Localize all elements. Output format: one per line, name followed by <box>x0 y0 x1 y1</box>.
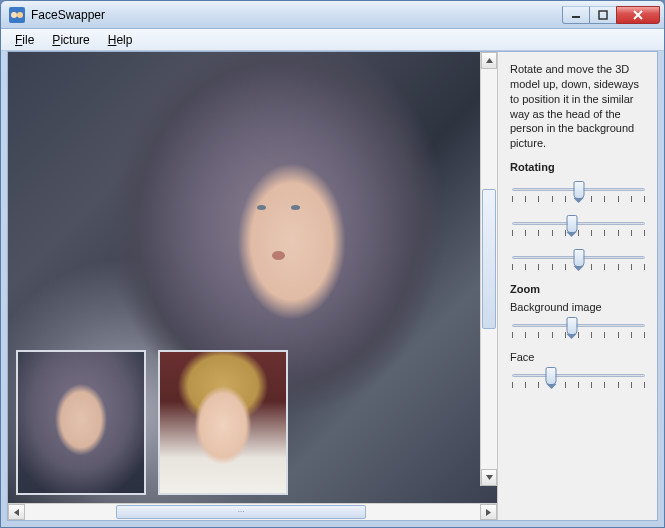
zoom-bg-label: Background image <box>510 301 647 313</box>
window-title: FaceSwapper <box>31 8 105 22</box>
svg-point-2 <box>17 12 23 18</box>
slider-track <box>512 374 645 377</box>
zoom-face-label: Face <box>510 351 647 363</box>
instruction-text: Rotate and move the 3D model up, down, s… <box>510 62 647 151</box>
close-button[interactable] <box>616 6 660 24</box>
vertical-scrollbar[interactable] <box>480 52 497 486</box>
app-icon <box>9 7 25 23</box>
slider-ticks <box>512 382 645 388</box>
slider-thumb[interactable] <box>546 367 557 385</box>
maximize-button[interactable] <box>589 6 617 24</box>
viewport-wrap: ··· <box>8 52 497 520</box>
slider-track <box>512 222 645 225</box>
scroll-right-button[interactable] <box>480 504 497 520</box>
rotating-section-title: Rotating <box>510 161 647 173</box>
thumbnail-source-face[interactable] <box>158 350 288 495</box>
slider-thumb[interactable] <box>573 181 584 199</box>
thumbnail-strip <box>16 350 288 495</box>
viewport[interactable] <box>8 52 497 503</box>
app-window: FaceSwapper File Picture Help <box>0 0 665 528</box>
menubar: File Picture Help <box>1 29 664 51</box>
slider-thumb[interactable] <box>573 249 584 267</box>
menu-picture[interactable]: Picture <box>44 31 97 49</box>
menu-help[interactable]: Help <box>100 31 141 49</box>
zoom-face-slider[interactable] <box>510 365 647 395</box>
window-controls <box>563 6 660 24</box>
slider-ticks <box>512 230 645 236</box>
slider-thumb[interactable] <box>566 317 577 335</box>
side-panel: Rotate and move the 3D model up, down, s… <box>497 52 657 520</box>
scroll-up-button[interactable] <box>481 52 497 69</box>
minimize-button[interactable] <box>562 6 590 24</box>
zoom-bg-slider[interactable] <box>510 315 647 345</box>
slider-thumb[interactable] <box>566 215 577 233</box>
client-area: ··· Rotate and move the 3D model up, dow… <box>7 51 658 521</box>
slider-ticks <box>512 332 645 338</box>
horizontal-scrollbar[interactable]: ··· <box>8 503 497 520</box>
vscroll-track[interactable] <box>481 69 497 469</box>
vscroll-thumb[interactable] <box>482 189 496 329</box>
hscroll-thumb[interactable]: ··· <box>116 505 366 519</box>
rotate-slider-1[interactable] <box>510 179 647 209</box>
slider-track <box>512 324 645 327</box>
titlebar[interactable]: FaceSwapper <box>1 1 664 29</box>
scroll-down-button[interactable] <box>481 469 497 486</box>
thumbnail-original[interactable] <box>16 350 146 495</box>
menu-file[interactable]: File <box>7 31 42 49</box>
svg-point-1 <box>11 12 17 18</box>
hscroll-track[interactable]: ··· <box>25 504 480 520</box>
scroll-left-button[interactable] <box>8 504 25 520</box>
rotate-slider-2[interactable] <box>510 213 647 243</box>
rotate-slider-3[interactable] <box>510 247 647 277</box>
zoom-section-title: Zoom <box>510 283 647 295</box>
svg-rect-4 <box>599 11 607 19</box>
